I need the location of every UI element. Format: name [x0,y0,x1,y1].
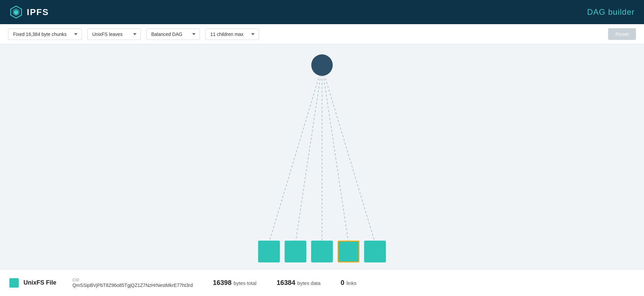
links-number: 0 [341,279,344,287]
bytes-data-stat: 16384 bytes data [277,279,321,287]
leaf-node-2[interactable] [285,241,307,262]
cid-label: CID [72,278,193,282]
dag-root-node[interactable] [311,54,333,76]
footer-info: UnixFS File CID QmSSipBVjPbT8Z96o85TgjQZ… [0,269,644,296]
leaf-node-4[interactable] [338,241,360,262]
cid-section: CID QmSSipBVjPbT8Z96o85TgjQZ1Z7NzHrNestM… [72,278,193,288]
file-type-label: UnixFS File [23,279,56,286]
svg-line-4 [296,67,322,243]
svg-line-7 [322,67,375,243]
bytes-total-stat: 16398 bytes total [213,279,257,287]
links-stat: 0 links [341,279,357,287]
dag-lines-svg [0,44,644,269]
bytes-data-number: 16384 [277,279,296,287]
leaf-node-1[interactable] [258,241,280,262]
logo-text: IPFS [27,7,49,17]
cid-value: QmSSipBVjPbT8Z96o85TgjQZ1Z7NzHrNestMkrE7… [72,283,193,288]
reset-button[interactable]: Reset [608,28,636,40]
dag-canvas [0,44,644,269]
children-select[interactable]: 11 children max 174 children max [205,29,259,40]
bytes-total-unit: bytes total [233,280,256,286]
logo: IPFS [9,5,49,19]
file-type-icon [9,278,19,288]
bytes-data-unit: bytes data [297,280,320,286]
dag-select[interactable]: Balanced DAG Trickle DAG [146,29,200,40]
svg-line-6 [322,67,348,243]
bytes-total-number: 16398 [213,279,232,287]
ipfs-logo-icon [9,5,23,19]
dag-leaf-nodes [258,241,386,262]
app-header: IPFS DAG builder [0,0,644,24]
svg-line-3 [269,67,322,243]
dag-visualization [0,44,644,269]
leaf-select[interactable]: UnixFS leaves Raw leaves [87,29,141,40]
chunk-select[interactable]: Fixed 16,384 byte chunks Fixed 262,144 b… [8,29,82,40]
leaf-node-3[interactable] [311,241,333,262]
links-unit: links [346,280,357,286]
toolbar: Fixed 16,384 byte chunks Fixed 262,144 b… [0,24,644,44]
app-title: DAG builder [587,7,635,17]
leaf-node-5[interactable] [364,241,386,262]
